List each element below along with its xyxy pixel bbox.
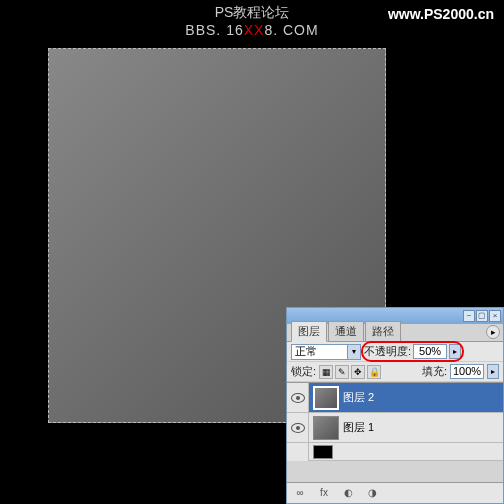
maximize-button[interactable]: ▢ [476,310,488,322]
chevron-down-icon: ▾ [347,345,360,359]
layer-thumbnail[interactable] [313,445,333,459]
panel-footer: ∞ fx ◐ ◑ [287,482,503,502]
lock-pixels-icon[interactable]: ✎ [335,365,349,379]
opacity-label: 不透明度: [364,344,411,359]
layer-mask-icon[interactable]: ◐ [341,486,355,500]
layer-row[interactable]: 图层 2 [287,383,503,413]
lock-label: 锁定: [291,364,316,379]
watermark: www.PS2000.cn [388,6,494,22]
layer-style-icon[interactable]: fx [317,486,331,500]
layer-row[interactable] [287,443,503,461]
forum-url: BBS. 16XX8. COM [0,22,504,38]
visibility-toggle[interactable] [287,383,309,412]
lock-position-icon[interactable]: ✥ [351,365,365,379]
layer-row[interactable]: 图层 1 [287,413,503,443]
layer-name: 图层 1 [343,420,374,435]
layer-name: 图层 2 [343,390,374,405]
blend-opacity-row: 正常 ▾ 不透明度: 50% ▸ [287,342,503,362]
visibility-toggle[interactable] [287,413,309,442]
layers-list: 图层 2 图层 1 [287,382,503,482]
tab-channels[interactable]: 通道 [328,321,364,341]
blend-mode-select[interactable]: 正常 ▾ [291,344,361,360]
close-button[interactable]: × [489,310,501,322]
eye-icon [291,423,305,433]
blend-mode-value: 正常 [295,344,317,359]
tab-paths[interactable]: 路径 [365,321,401,341]
lock-all-icon[interactable]: 🔒 [367,365,381,379]
lock-transparency-icon[interactable]: ▦ [319,365,333,379]
layer-thumbnail[interactable] [313,386,339,410]
panel-menu-icon[interactable]: ▸ [486,325,500,339]
opacity-control: 不透明度: 50% ▸ [364,344,461,359]
layer-thumbnail[interactable] [313,416,339,440]
adjustment-layer-icon[interactable]: ◑ [365,486,379,500]
panel-tabs: 图层 通道 路径 ▸ [287,324,503,342]
link-layers-icon[interactable]: ∞ [293,486,307,500]
opacity-flyout-icon[interactable]: ▸ [449,344,461,359]
fill-label: 填充: [422,364,447,379]
fill-input[interactable]: 100% [450,364,484,379]
layers-panel: − ▢ × 图层 通道 路径 ▸ 正常 ▾ 不透明度: 50% ▸ 锁定: ▦ … [286,307,504,504]
tab-layers[interactable]: 图层 [291,321,327,342]
fill-flyout-icon[interactable]: ▸ [487,364,499,379]
lock-icons: ▦ ✎ ✥ 🔒 [319,365,381,379]
opacity-input[interactable]: 50% [413,344,447,359]
minimize-button[interactable]: − [463,310,475,322]
eye-icon [291,393,305,403]
visibility-toggle[interactable] [287,443,309,461]
lock-fill-row: 锁定: ▦ ✎ ✥ 🔒 填充: 100% ▸ [287,362,503,382]
